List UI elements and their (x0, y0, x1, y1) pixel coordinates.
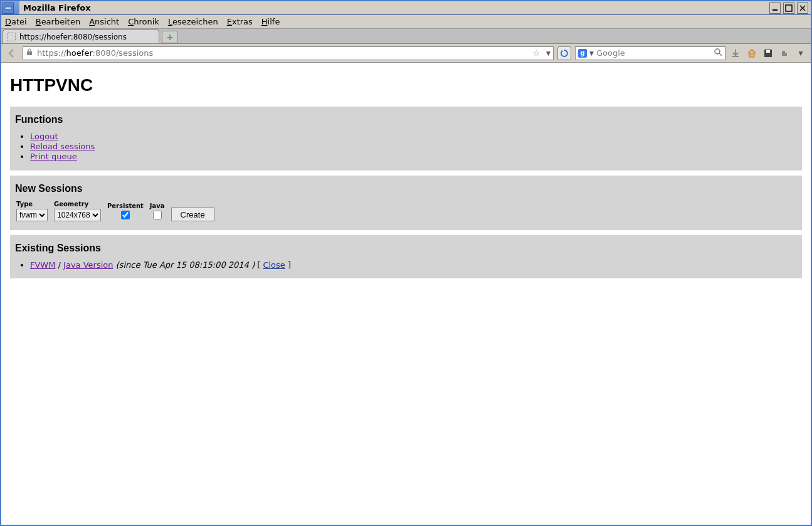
menu-help[interactable]: Hilfe (261, 17, 280, 26)
functions-section: Functions Logout Reload sessions Print q… (10, 107, 802, 171)
svg-rect-11 (766, 50, 770, 53)
save-icon[interactable] (762, 47, 774, 60)
session-row: FVWM / Java Version (since Tue Apr 15 08… (30, 260, 797, 270)
window-titlebar: Mozilla Firefox (1, 1, 811, 15)
window-title: Mozilla Firefox (23, 3, 91, 13)
new-sessions-heading: New Sessions (15, 183, 797, 194)
svg-line-7 (719, 53, 722, 56)
page-favicon (7, 33, 16, 41)
reload-sessions-link[interactable]: Reload sessions (30, 142, 95, 151)
type-select[interactable]: fvwm (16, 209, 48, 221)
existing-sessions-section: Existing Sessions FVWM / Java Version (s… (10, 235, 802, 278)
url-dropdown-icon[interactable]: ▼ (546, 50, 551, 56)
create-button[interactable]: Create (171, 208, 214, 221)
existing-sessions-heading: Existing Sessions (15, 243, 797, 254)
session-fvwm-link[interactable]: FVWM (30, 260, 55, 270)
persistent-label: Persistent (107, 203, 144, 209)
geometry-select[interactable]: 1024x768 (54, 209, 101, 221)
print-queue-link[interactable]: Print queue (30, 152, 77, 161)
close-session-link[interactable]: Close (263, 260, 285, 270)
java-checkbox[interactable] (153, 211, 162, 219)
url-text: https://hoefer:8080/sessions (37, 48, 153, 58)
persistent-checkbox[interactable] (121, 211, 130, 219)
reload-button[interactable] (557, 46, 571, 60)
svg-rect-1 (772, 9, 778, 11)
menu-file[interactable]: Datei (5, 17, 27, 26)
page-content: HTTPVNC Functions Logout Reload sessions… (1, 63, 811, 292)
functions-heading: Functions (15, 114, 797, 125)
menu-history[interactable]: Chronik (128, 17, 159, 26)
lock-icon (26, 48, 33, 58)
session-since: (since Tue Apr 15 08:15:00 2014 ) (116, 260, 255, 270)
logout-link[interactable]: Logout (30, 132, 58, 141)
new-sessions-section: New Sessions Type fvwm Geometry 1024x768… (10, 176, 802, 230)
page-title: HTTPVNC (10, 75, 802, 95)
tab-strip: https://hoefer:8080/sessions + (1, 29, 811, 44)
navigation-toolbar: https://hoefer:8080/sessions ☆ ▼ g ▼ Goo… (1, 44, 811, 63)
menu-extras[interactable]: Extras (227, 17, 253, 26)
tab-title: https://hoefer:8080/sessions (19, 33, 127, 41)
java-label: Java (150, 203, 165, 209)
home-icon[interactable] (746, 47, 758, 60)
svg-rect-9 (749, 53, 754, 57)
addon-icon[interactable] (778, 47, 791, 60)
toolbar-dropdown-icon[interactable]: ▼ (794, 47, 807, 60)
maximize-button[interactable] (783, 3, 794, 14)
search-box[interactable]: g ▼ Google (575, 46, 725, 60)
menu-edit[interactable]: Bearbeiten (36, 17, 80, 26)
svg-rect-0 (5, 7, 11, 9)
browser-tab[interactable]: https://hoefer:8080/sessions (3, 29, 159, 43)
svg-rect-2 (786, 5, 792, 11)
type-label: Type (16, 201, 48, 208)
new-tab-button[interactable]: + (162, 31, 178, 43)
svg-rect-5 (27, 51, 32, 55)
menu-bookmarks[interactable]: Lesezeichen (168, 17, 218, 26)
geometry-label: Geometry (54, 201, 101, 208)
search-submit-icon[interactable] (714, 48, 722, 58)
bookmark-star-icon[interactable]: ☆ (532, 48, 540, 58)
menu-view[interactable]: Ansicht (89, 17, 119, 26)
session-java-link[interactable]: Java Version (63, 260, 113, 270)
back-button[interactable] (5, 46, 19, 60)
download-icon[interactable] (729, 47, 742, 60)
search-dropdown-icon[interactable]: ▼ (589, 50, 594, 56)
close-window-button[interactable] (797, 3, 808, 14)
svg-point-6 (715, 49, 720, 54)
minimize-button[interactable] (769, 3, 781, 14)
search-placeholder: Google (596, 48, 625, 58)
search-engine-icon[interactable]: g (578, 49, 587, 58)
url-bar[interactable]: https://hoefer:8080/sessions ☆ ▼ (23, 46, 554, 60)
window-menu-button[interactable] (3, 3, 14, 14)
menubar: Datei Bearbeiten Ansicht Chronik Lesezei… (1, 15, 811, 29)
